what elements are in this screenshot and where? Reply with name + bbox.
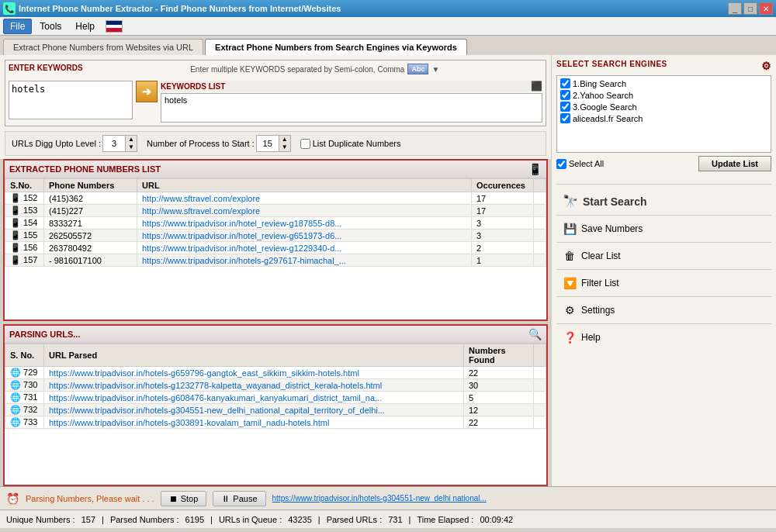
- hint-text: Enter multiple KEYWORDS separated by Sem…: [190, 65, 404, 74]
- keywords-label: ENTER KEYWORDS: [9, 64, 83, 76]
- tab-url[interactable]: Extract Phone Numbers from Websites via …: [3, 39, 203, 55]
- help-btn[interactable]: ❓ Help: [556, 327, 771, 347]
- engine-section-title: SELECT SEARCH ENGINES: [556, 60, 667, 72]
- parsing-title: PARSING URLS...: [9, 330, 80, 339]
- select-all-checkbox[interactable]: [556, 159, 566, 169]
- clear-list-btn[interactable]: 🗑 Clear List: [556, 246, 771, 266]
- parsing-found: 5: [464, 392, 534, 404]
- parsing-scroll-cell: [534, 367, 546, 379]
- menu-bar: File Tools Help: [0, 17, 776, 36]
- current-url-link[interactable]: https://www.tripadvisor.in/hotels-g30455…: [272, 494, 770, 503]
- select-all-label[interactable]: Select All: [556, 159, 604, 169]
- urls-digg-spinner[interactable]: ▲ ▼: [102, 135, 137, 152]
- col-sno-header: S.No.: [5, 179, 44, 192]
- save-icon: 💾: [563, 222, 577, 236]
- num-process-input[interactable]: [257, 136, 279, 151]
- urls-digg-up[interactable]: ▲: [126, 136, 137, 143]
- save-numbers-btn[interactable]: 💾 Save Numbers: [556, 219, 771, 239]
- engine-1-checkbox[interactable]: [560, 78, 570, 88]
- urls-digg-down[interactable]: ▼: [126, 143, 137, 151]
- extracted-phone: (415)362: [44, 192, 137, 205]
- language-flag[interactable]: [106, 20, 123, 33]
- parsing-table-row[interactable]: 🌐 730 https://www.tripadvisor.in/hotels-…: [5, 379, 546, 392]
- keywords-list-content[interactable]: hotels: [161, 93, 542, 123]
- engine-2-checkbox[interactable]: [560, 90, 570, 100]
- extracted-table-row[interactable]: 📱 157 - 9816017100 https://www.tripadvis…: [5, 254, 546, 267]
- update-list-btn[interactable]: Update List: [698, 156, 771, 171]
- settings-btn[interactable]: ⚙ Settings: [556, 300, 771, 320]
- extracted-sno: 📱 152: [5, 192, 44, 205]
- extracted-scroll-cell: [534, 217, 546, 230]
- engine-list[interactable]: 1.Bing Search 2.Yahoo Search 3.Google Se…: [556, 75, 771, 153]
- extracted-table-row[interactable]: 📱 153 (415)227 http://www.sftravel.com/e…: [5, 205, 546, 217]
- main-panels: EXTRACTED PHONE NUMBERS LIST 📱 S.No. Pho…: [0, 159, 551, 486]
- engine-4-checkbox[interactable]: [560, 113, 570, 123]
- menu-tools[interactable]: Tools: [33, 19, 68, 33]
- phone-icon: 📱: [528, 163, 542, 175]
- parsing-url: https://www.tripadvisor.in/hotels-g60847…: [44, 392, 464, 404]
- extracted-phone: (415)227: [44, 205, 137, 217]
- down-arrow-icon: ▼: [431, 65, 439, 74]
- list-duplicate-label[interactable]: List Duplicate Numbers: [300, 139, 401, 149]
- tab-search-engines[interactable]: Extract Phone Numbers from Search Engine…: [205, 39, 467, 55]
- keywords-section: ENTER KEYWORDS Enter multiple KEYWORDS s…: [0, 55, 551, 130]
- num-process-label: Number of Process to Start :: [147, 139, 255, 148]
- stop-btn[interactable]: ⏹ Stop: [161, 491, 207, 506]
- maximize-btn[interactable]: □: [743, 2, 757, 15]
- parsing-table-row[interactable]: 🌐 732 https://www.tripadvisor.in/hotels-…: [5, 404, 546, 416]
- extracted-table-row[interactable]: 📱 155 262505572 https://www.tripadvisor.…: [5, 230, 546, 242]
- parsing-found: 30: [464, 379, 534, 392]
- filter-list-label: Filter List: [581, 278, 619, 288]
- keywords-row: hotels ➔ KEYWORDS LIST ⬛ hotels: [9, 81, 542, 123]
- parsing-sno: 🌐 731: [5, 392, 44, 404]
- minimize-btn[interactable]: _: [728, 2, 742, 15]
- extracted-table-row[interactable]: 📱 152 (415)362 http://www.sftravel.com/e…: [5, 192, 546, 205]
- engine-section-header: SELECT SEARCH ENGINES ⚙: [556, 60, 771, 72]
- extracted-phone: 263780492: [44, 242, 137, 254]
- extracted-table-row[interactable]: 📱 156 263780492 https://www.tripadvisor.…: [5, 242, 546, 254]
- parsed-value: 6195: [185, 515, 204, 524]
- list-duplicate-checkbox[interactable]: [300, 139, 310, 149]
- divider-5: [556, 323, 771, 324]
- extracted-scroll-cell: [534, 192, 546, 205]
- menu-file[interactable]: File: [3, 19, 32, 34]
- col-url-header: URL: [137, 179, 472, 192]
- extracted-occ: 17: [472, 192, 534, 205]
- parsing-table-row[interactable]: 🌐 731 https://www.tripadvisor.in/hotels-…: [5, 392, 546, 404]
- extracted-sno: 📱 154: [5, 217, 44, 230]
- keyword-input[interactable]: hotels: [9, 81, 133, 119]
- unique-label: Unique Numbers :: [6, 515, 75, 524]
- engine-3-checkbox[interactable]: [560, 102, 570, 112]
- status-text: Parsing Numbers, Please wait . . .: [26, 494, 154, 503]
- filter-list-btn[interactable]: 🔽 Filter List: [556, 273, 771, 293]
- num-process-down[interactable]: ▼: [279, 143, 290, 151]
- add-keyword-btn[interactable]: ➔: [136, 81, 158, 102]
- extracted-table-container[interactable]: S.No. Phone Numbers URL Occurences 📱 152…: [5, 178, 546, 320]
- extracted-phone: 8333271: [44, 217, 137, 230]
- extracted-url: https://www.tripadvisor.in/hotel_review-…: [137, 217, 472, 230]
- app-icon: 📞: [3, 2, 16, 15]
- parsing-table-row[interactable]: 🌐 733 https://www.tripadvisor.in/hotels-…: [5, 416, 546, 429]
- pause-btn[interactable]: ⏸ Pause: [213, 491, 265, 506]
- num-process-up[interactable]: ▲: [279, 136, 290, 143]
- parsing-table-row[interactable]: 🌐 729 https://www.tripadvisor.in/hotels-…: [5, 367, 546, 379]
- extracted-scroll-cell: [534, 242, 546, 254]
- menu-help[interactable]: Help: [69, 19, 101, 33]
- close-btn[interactable]: ✕: [759, 2, 773, 15]
- col-found-header: Numbers Found: [464, 344, 534, 367]
- pause-label: Pause: [233, 494, 257, 503]
- extracted-table: S.No. Phone Numbers URL Occurences 📱 152…: [5, 178, 546, 267]
- start-search-label: Start Search: [583, 195, 646, 208]
- extracted-phone: 262505572: [44, 230, 137, 242]
- engine-config-icon[interactable]: ⚙: [761, 60, 772, 72]
- separator-4: |: [409, 515, 411, 524]
- parsing-sno: 🌐 732: [5, 404, 44, 416]
- parsed-label: Parsed Numbers :: [110, 515, 179, 524]
- num-process-spinner[interactable]: ▲ ▼: [256, 135, 291, 152]
- urls-digg-input[interactable]: [103, 136, 125, 151]
- parsing-table-container[interactable]: S. No. URL Parsed Numbers Found 🌐 729 ht…: [5, 344, 546, 485]
- keywords-list-scroll[interactable]: ⬛: [531, 81, 542, 92]
- select-all-text: Select All: [569, 159, 604, 168]
- engine-2-label: 2.Yahoo Search: [573, 91, 633, 100]
- extracted-table-row[interactable]: 📱 154 8333271 https://www.tripadvisor.in…: [5, 217, 546, 230]
